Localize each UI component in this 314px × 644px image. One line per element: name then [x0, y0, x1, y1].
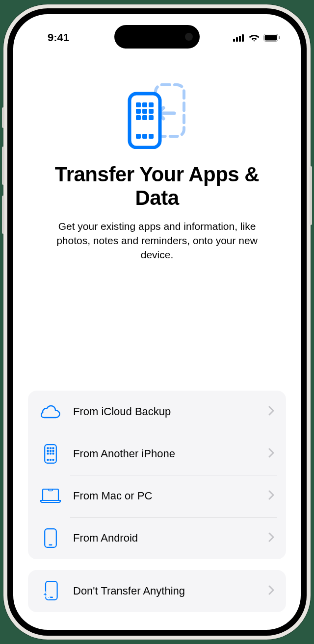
option-label: From Another iPhone	[73, 447, 268, 460]
status-time: 9:41	[34, 31, 83, 44]
svg-rect-16	[142, 115, 147, 120]
laptop-icon	[40, 489, 61, 503]
option-label: From iCloud Backup	[73, 405, 268, 418]
option-group-skip: Don't Transfer Anything	[28, 570, 286, 612]
option-from-another-iphone[interactable]: From Another iPhone	[28, 433, 286, 475]
svg-rect-20	[149, 134, 154, 139]
svg-rect-8	[130, 94, 160, 148]
option-from-icloud-backup[interactable]: From iCloud Backup	[28, 391, 286, 433]
svg-rect-5	[265, 35, 277, 41]
svg-rect-32	[50, 459, 52, 461]
svg-rect-25	[47, 450, 49, 452]
svg-rect-36	[49, 545, 52, 545]
svg-rect-19	[142, 134, 147, 139]
svg-rect-31	[47, 459, 49, 461]
options-container: From iCloud Backup From Another iPhone	[28, 380, 286, 612]
chevron-right-icon	[268, 490, 274, 502]
phone-icon	[40, 528, 61, 548]
svg-rect-17	[149, 115, 154, 120]
option-label: From Android	[73, 532, 268, 545]
camera-dot	[185, 33, 193, 41]
wifi-icon	[249, 34, 260, 42]
dynamic-island	[114, 25, 200, 49]
hero-transfer-icon	[33, 83, 281, 149]
svg-rect-23	[50, 447, 52, 449]
volume-up-button	[2, 147, 4, 185]
page-subtitle: Get your existing apps and information, …	[33, 219, 281, 262]
option-from-android[interactable]: From Android	[28, 517, 286, 559]
svg-rect-9	[136, 102, 141, 107]
chevron-right-icon	[268, 406, 274, 418]
option-from-mac-or-pc[interactable]: From Mac or PC	[28, 475, 286, 517]
svg-rect-33	[52, 459, 54, 461]
svg-rect-22	[47, 447, 49, 449]
option-label: Don't Transfer Anything	[73, 585, 268, 597]
option-dont-transfer-anything[interactable]: Don't Transfer Anything	[28, 570, 286, 612]
svg-rect-6	[279, 36, 280, 39]
chevron-right-icon	[268, 585, 274, 597]
cellular-icon	[233, 34, 245, 42]
svg-rect-13	[142, 109, 147, 114]
device-frame: 9:41	[3, 4, 311, 640]
content-area: Transfer Your Apps & Data Get your exist…	[13, 53, 301, 262]
iphone-grid-icon	[40, 444, 61, 464]
volume-down-button	[2, 196, 4, 234]
svg-rect-29	[50, 453, 52, 455]
svg-rect-18	[136, 134, 141, 139]
svg-rect-10	[142, 102, 147, 107]
svg-rect-14	[149, 109, 154, 114]
status-icons	[233, 34, 280, 42]
svg-rect-15	[136, 115, 141, 120]
page-title: Transfer Your Apps & Data	[33, 163, 281, 210]
svg-rect-12	[136, 109, 141, 114]
svg-rect-27	[52, 450, 54, 452]
cloud-icon	[40, 405, 61, 419]
screen: 9:41	[13, 14, 301, 630]
svg-rect-34	[49, 489, 52, 491]
battery-icon	[263, 34, 280, 42]
silence-switch	[2, 107, 4, 128]
svg-rect-0	[233, 39, 235, 42]
svg-rect-28	[47, 453, 49, 455]
svg-rect-1	[236, 37, 238, 42]
phone-sparkle-icon	[40, 581, 61, 601]
svg-rect-26	[50, 450, 52, 452]
svg-rect-11	[149, 102, 154, 107]
svg-rect-3	[242, 34, 244, 42]
chevron-right-icon	[268, 448, 274, 460]
power-button	[310, 166, 312, 225]
option-label: From Mac or PC	[73, 490, 268, 502]
svg-rect-24	[52, 447, 54, 449]
option-group-sources: From iCloud Backup From Another iPhone	[28, 391, 286, 559]
chevron-right-icon	[268, 532, 274, 544]
svg-rect-30	[52, 453, 54, 455]
svg-rect-2	[239, 36, 241, 42]
